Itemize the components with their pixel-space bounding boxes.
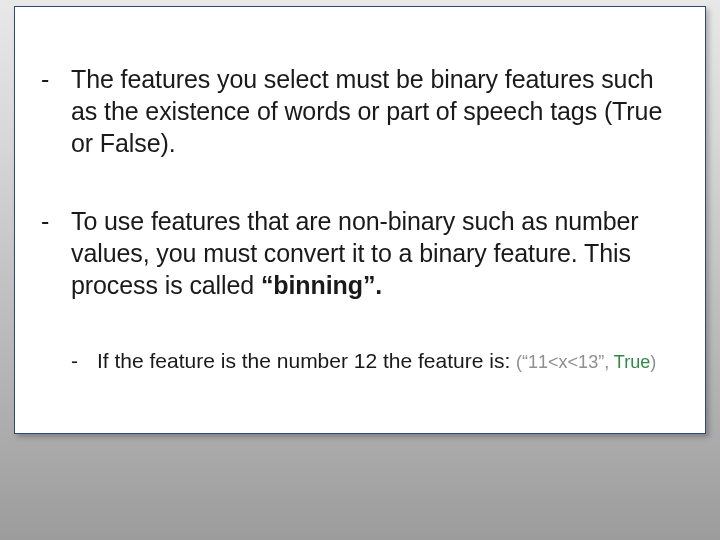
sub-bullet-dash: - — [71, 349, 97, 373]
bullet-dash: - — [41, 205, 71, 237]
true-value: True — [614, 352, 650, 372]
bullet-item: - The features you select must be binary… — [41, 63, 679, 159]
bullet-dash: - — [41, 63, 71, 95]
range-text: “11<x<13”, — [522, 352, 614, 372]
bullet-bold: “binning”. — [261, 271, 382, 299]
paren-close: ) — [650, 352, 656, 372]
sub-bullet-item: - If the feature is the number 12 the fe… — [71, 347, 679, 374]
bullet-item: - To use features that are non-binary su… — [41, 205, 679, 301]
bullet-text: The features you select must be binary f… — [71, 63, 679, 159]
sub-bullet-text: If the feature is the number 12 the feat… — [97, 347, 656, 374]
sub-lead: If the feature is the number 12 the feat… — [97, 349, 516, 372]
slide-card: - The features you select must be binary… — [14, 6, 706, 434]
bullet-text: To use features that are non-binary such… — [71, 205, 679, 301]
